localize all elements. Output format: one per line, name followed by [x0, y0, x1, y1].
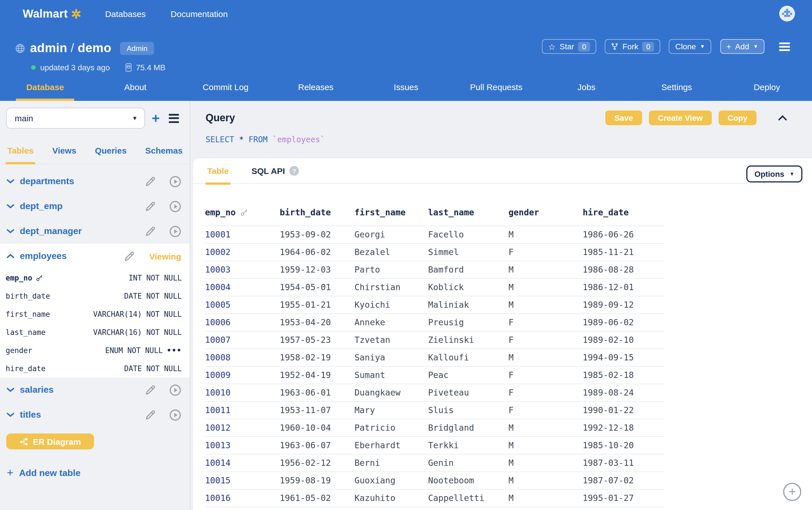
walmart-logo[interactable]: Walmart: [23, 7, 81, 20]
sidebar-table-titles[interactable]: titles: [0, 402, 190, 427]
repo-owner[interactable]: admin: [30, 41, 67, 55]
table-header-hire-date[interactable]: hire_date: [583, 207, 665, 217]
table-header-last-name[interactable]: last_name: [428, 207, 509, 217]
sidebar-tab-queries[interactable]: Queries: [93, 146, 128, 164]
sidebar-tab-schemas[interactable]: Schemas: [144, 146, 184, 164]
cell-last_name: Nooteboom: [428, 476, 509, 486]
header-menu-button[interactable]: [778, 40, 791, 53]
er-diagram-label: ER Diagram: [33, 436, 81, 446]
sidebar-table-dept-emp[interactable]: dept_emp: [0, 194, 190, 219]
edit-table-icon[interactable]: [124, 251, 134, 261]
cell-gender: M: [509, 352, 583, 363]
nav-databases[interactable]: Databases: [105, 9, 146, 19]
cell-gender: M: [509, 300, 583, 310]
nav-documentation[interactable]: Documentation: [171, 9, 228, 19]
tab-releases[interactable]: Releases: [271, 82, 361, 101]
results-tab-table[interactable]: Table: [206, 166, 231, 185]
fork-icon: [611, 42, 618, 51]
edit-table-icon[interactable]: [145, 176, 156, 187]
run-table-icon[interactable]: [169, 409, 181, 421]
cell-birth_date: 1956-02-12: [280, 458, 355, 468]
column-first-name: first_name VARCHAR(14) NOT NULL: [0, 305, 190, 323]
add-new-table-button[interactable]: + Add new table: [7, 466, 190, 479]
sidebar-table-dept-manager[interactable]: dept_manager: [0, 219, 190, 244]
tab-issues[interactable]: Issues: [361, 82, 451, 101]
branch-select[interactable]: main ▼: [6, 108, 145, 129]
cell-first_name: Mary: [355, 405, 428, 415]
sidebar-table-salaries[interactable]: salaries: [0, 377, 190, 402]
edit-table-icon[interactable]: [145, 201, 156, 211]
run-table-icon[interactable]: [169, 175, 181, 187]
run-table-icon[interactable]: [169, 200, 181, 212]
sql-editor[interactable]: SELECT * FROM `employees`: [206, 135, 325, 144]
sidebar-table-employees[interactable]: employees Viewing: [0, 244, 190, 268]
floating-add-button[interactable]: +: [783, 483, 801, 501]
er-diagram-button[interactable]: ER Diagram: [6, 433, 94, 449]
cell-emp_no[interactable]: 10008: [205, 352, 280, 363]
table-header-emp-no[interactable]: emp_no: [205, 207, 280, 217]
run-table-icon[interactable]: [169, 384, 181, 396]
collapse-query-icon[interactable]: [776, 113, 789, 123]
options-button[interactable]: Options ▼: [746, 166, 802, 182]
chevron-down-icon: [7, 413, 14, 417]
cell-emp_no[interactable]: 10010: [205, 388, 280, 398]
tab-commit-log[interactable]: Commit Log: [180, 82, 271, 101]
tab-settings[interactable]: Settings: [632, 82, 722, 101]
clone-button[interactable]: Clone ▼: [669, 39, 711, 54]
cell-emp_no[interactable]: 10014: [205, 458, 280, 468]
db-size: 75.4 MB: [125, 63, 166, 72]
table-header-first-name[interactable]: first_name: [355, 207, 428, 217]
tab-jobs[interactable]: Jobs: [541, 82, 632, 101]
table-row: 100141956-02-12BerniGeninM1987-03-11: [205, 454, 665, 472]
tab-database[interactable]: Database: [0, 82, 90, 101]
cell-emp_no[interactable]: 10015: [205, 476, 280, 486]
table-row: 100111953-11-07MarySluisF1990-01-22: [205, 402, 665, 419]
cell-emp_no[interactable]: 10001: [205, 229, 280, 240]
sidebar-tab-views[interactable]: Views: [51, 146, 78, 164]
clone-caret-icon: ▼: [700, 44, 705, 49]
cell-last_name: Simmel: [428, 247, 509, 257]
cell-emp_no[interactable]: 10016: [205, 493, 280, 503]
sidebar-table-departments[interactable]: departments: [0, 169, 190, 194]
cell-birth_date: 1954-05-01: [280, 282, 355, 292]
edit-table-icon[interactable]: [145, 409, 156, 420]
run-table-icon[interactable]: [169, 225, 181, 237]
cell-emp_no[interactable]: 10009: [205, 370, 280, 380]
cell-first_name: Georgi: [355, 229, 428, 240]
cell-emp_no[interactable]: 10004: [205, 282, 280, 292]
results-tab-sql-api[interactable]: SQL API ?: [250, 166, 301, 185]
user-avatar[interactable]: [779, 6, 795, 22]
fork-button[interactable]: Fork 0: [605, 39, 660, 54]
add-button[interactable]: + Add ▼: [720, 39, 764, 54]
cell-emp_no[interactable]: 10005: [205, 300, 280, 310]
table-header-gender[interactable]: gender: [509, 207, 583, 217]
column-emp-no: emp_no INT NOT NULL: [0, 268, 190, 287]
cell-emp_no[interactable]: 10011: [205, 405, 280, 415]
star-button[interactable]: ☆ Star 0: [542, 39, 597, 54]
repo-name[interactable]: demo: [78, 41, 111, 55]
cell-last_name: Bamford: [428, 265, 509, 275]
save-button[interactable]: Save: [605, 111, 642, 125]
cell-first_name: Tzvetan: [355, 335, 428, 345]
branch-add-button[interactable]: +: [149, 111, 162, 125]
tab-about[interactable]: About: [90, 82, 181, 101]
edit-table-icon[interactable]: [145, 385, 156, 395]
cell-emp_no[interactable]: 10013: [205, 440, 280, 451]
sidebar-menu-button[interactable]: [167, 111, 181, 125]
table-row: 100101963-06-01DuangkaewPiveteauF1989-08…: [205, 384, 665, 402]
cell-emp_no[interactable]: 10002: [205, 247, 280, 257]
enum-more-icon[interactable]: •••: [167, 346, 182, 355]
cell-last_name: Genin: [428, 458, 509, 468]
cell-emp_no[interactable]: 10006: [205, 317, 280, 328]
sidebar-tab-tables[interactable]: Tables: [6, 146, 35, 164]
cell-emp_no[interactable]: 10012: [205, 423, 280, 433]
copy-button[interactable]: Copy: [719, 111, 756, 125]
cell-emp_no[interactable]: 10007: [205, 335, 280, 345]
help-icon[interactable]: ?: [290, 166, 299, 176]
tab-deploy[interactable]: Deploy: [722, 82, 812, 101]
tab-pull-requests[interactable]: Pull Requests: [451, 82, 541, 101]
edit-table-icon[interactable]: [145, 226, 156, 236]
table-header-birth-date[interactable]: birth_date: [280, 207, 355, 217]
cell-emp_no[interactable]: 10003: [205, 265, 280, 275]
create-view-button[interactable]: Create View: [649, 111, 712, 125]
